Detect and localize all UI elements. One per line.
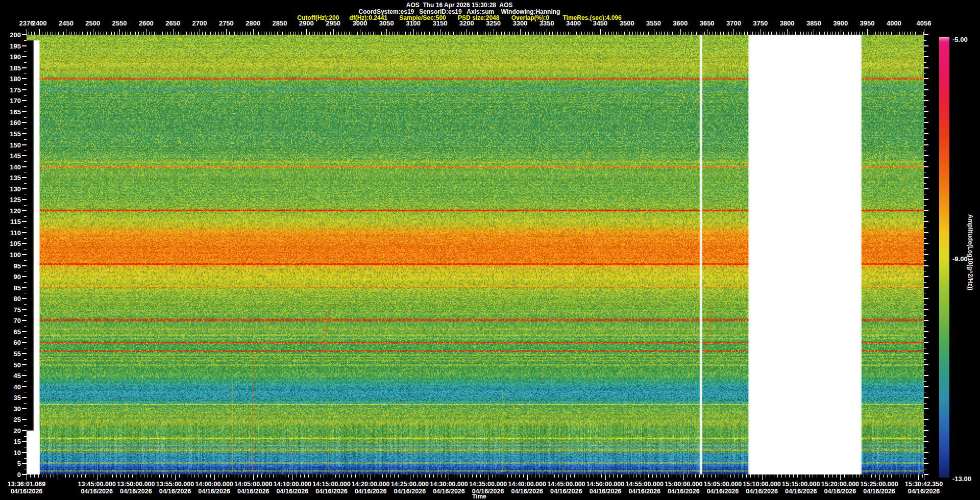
freq-minor-tick-right: [924, 381, 926, 382]
record-minor-tick: [245, 32, 246, 35]
record-minor-tick: [47, 32, 48, 35]
freq-minor-tick-right: [924, 271, 926, 271]
time-minor-tick: [786, 474, 786, 478]
time-minor-tick: [312, 474, 312, 478]
record-minor-tick: [629, 32, 630, 35]
record-minor-tick: [512, 32, 512, 35]
record-tick-label: 2450: [59, 19, 74, 27]
time-minor-tick: [367, 474, 368, 478]
freq-minor-tick-left: [24, 304, 27, 305]
freq-major-tick-left: [22, 441, 27, 442]
freq-major-tick-left: [22, 331, 27, 332]
freq-major-tick-left: [22, 56, 27, 57]
record-minor-tick: [480, 32, 480, 35]
time-minor-tick: [523, 474, 524, 478]
time-minor-tick: [246, 474, 246, 478]
freq-minor-tick-left: [24, 84, 27, 85]
record-minor-tick: [355, 32, 355, 35]
record-minor-tick: [194, 32, 195, 35]
freq-major-tick-left: [22, 177, 27, 178]
freq-minor-tick-right: [924, 370, 926, 370]
time-minor-tick: [425, 474, 426, 478]
record-minor-tick: [80, 32, 80, 35]
record-minor-tick: [699, 32, 699, 35]
record-minor-tick: [464, 32, 464, 35]
header-title: AOS Thu 16 Apr 2026 15:30:28 AOS: [406, 2, 513, 9]
record-minor-tick: [822, 32, 822, 35]
record-minor-tick: [739, 32, 740, 35]
time-minor-tick: [836, 474, 837, 478]
time-minor-tick: [899, 474, 899, 478]
record-minor-tick: [827, 32, 828, 35]
record-minor-tick: [579, 32, 579, 35]
date-tick-label: 04/16/2026: [355, 488, 387, 495]
record-minor-tick: [365, 32, 365, 35]
record-minor-tick: [894, 32, 894, 35]
record-tick-label: 3600: [673, 19, 688, 27]
freq-major-tick-left: [22, 89, 27, 90]
record-minor-tick: [229, 32, 230, 35]
time-minor-tick: [472, 474, 473, 478]
time-minor-tick: [250, 474, 250, 478]
time-minor-tick: [273, 474, 274, 478]
time-minor-tick: [723, 474, 723, 478]
freq-minor-tick-right: [924, 337, 926, 338]
time-minor-tick: [457, 474, 457, 478]
record-minor-tick: [624, 32, 625, 35]
time-tick-label: 15:20:00.000: [821, 481, 859, 488]
time-minor-tick: [144, 474, 144, 478]
time-minor-tick: [511, 474, 512, 478]
time-minor-tick: [891, 474, 892, 478]
spectrogram-screen: AOS Thu 16 Apr 2026 15:30:28 AOS CoordSy…: [0, 0, 980, 500]
freq-minor-tick-left: [24, 447, 27, 447]
time-minor-tick: [469, 474, 469, 478]
record-minor-tick: [902, 32, 902, 35]
record-minor-tick: [82, 32, 83, 35]
freq-minor-tick-right: [924, 403, 926, 404]
record-minor-tick: [275, 32, 275, 35]
date-tick-label: 04/16/2026: [550, 488, 582, 495]
freq-minor-tick-left: [24, 425, 27, 426]
record-minor-tick: [728, 32, 729, 35]
time-minor-tick: [253, 474, 254, 478]
record-minor-tick: [568, 32, 569, 35]
record-minor-tick: [520, 32, 521, 35]
record-minor-tick: [491, 32, 491, 35]
freq-minor-tick-right: [924, 436, 926, 437]
record-minor-tick: [528, 32, 529, 35]
record-minor-tick: [234, 32, 235, 35]
time-minor-tick: [789, 474, 790, 478]
freq-minor-tick-right: [924, 425, 926, 426]
record-minor-tick: [614, 32, 614, 35]
record-minor-tick: [250, 32, 251, 35]
time-minor-tick: [101, 474, 101, 478]
time-minor-tick: [879, 474, 880, 478]
record-minor-tick: [899, 32, 900, 35]
time-tick-label: 14:25:00.000: [391, 481, 429, 488]
record-minor-tick: [659, 32, 659, 35]
record-minor-tick: [651, 32, 651, 35]
time-minor-tick: [464, 474, 465, 478]
record-tick-label: 3900: [833, 19, 848, 27]
record-minor-tick: [456, 32, 456, 35]
record-minor-tick: [320, 32, 320, 35]
record-minor-tick: [557, 32, 558, 35]
time-minor-tick: [504, 474, 504, 478]
record-minor-tick: [646, 32, 646, 35]
time-minor-tick: [406, 474, 406, 478]
record-minor-tick: [184, 32, 184, 35]
freq-major-tick-right: [924, 166, 928, 167]
record-minor-tick: [202, 32, 203, 35]
freq-tick-label: 55: [0, 350, 21, 358]
time-minor-tick: [386, 474, 387, 478]
record-minor-tick: [413, 32, 414, 35]
freq-minor-tick-left: [24, 436, 27, 437]
record-minor-tick: [424, 32, 425, 35]
freq-tick-label: 175: [0, 86, 21, 94]
time-minor-tick: [292, 474, 293, 478]
record-minor-tick: [256, 32, 256, 35]
freq-major-tick-right: [924, 144, 928, 145]
freq-minor-tick-right: [924, 40, 926, 41]
record-minor-tick: [459, 32, 459, 35]
freq-minor-tick-right: [924, 216, 926, 217]
